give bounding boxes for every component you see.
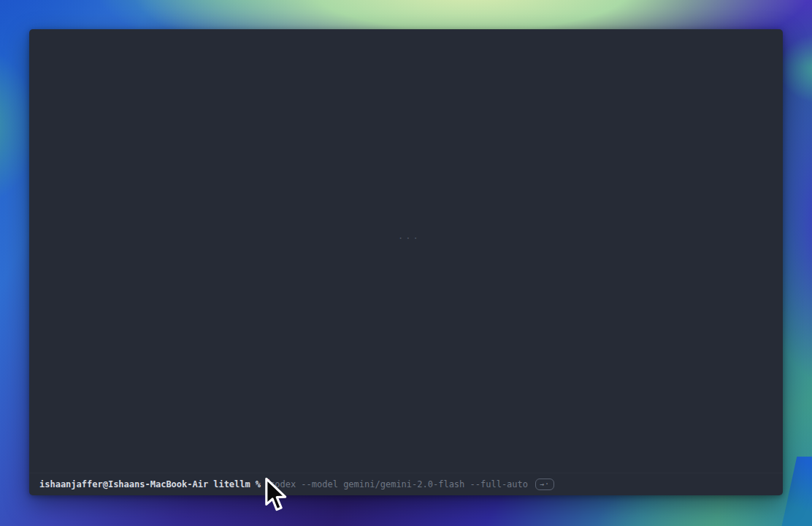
prompt-symbol: % <box>256 479 261 489</box>
prompt-directory: litellm <box>213 479 250 489</box>
terminal-faint-ellipsis: ··· <box>398 233 421 243</box>
command-input-region[interactable]: codex --model gemini/gemini-2.0-flash --… <box>266 479 528 490</box>
terminal-window[interactable]: ··· ishaanjaffer@Ishaans-MacBook-Air lit… <box>29 29 783 495</box>
desktop: ··· ishaanjaffer@Ishaans-MacBook-Air lit… <box>0 0 812 526</box>
autosuggestion-accept-hint-badge: →· <box>535 479 554 490</box>
terminal-prompt-line[interactable]: ishaanjaffer@Ishaans-MacBook-Air litellm… <box>29 473 783 495</box>
prompt-user-host: ishaanjaffer@Ishaans-MacBook-Air <box>39 479 208 489</box>
command-autosuggestion: codex --model gemini/gemini-2.0-flash --… <box>269 479 528 489</box>
